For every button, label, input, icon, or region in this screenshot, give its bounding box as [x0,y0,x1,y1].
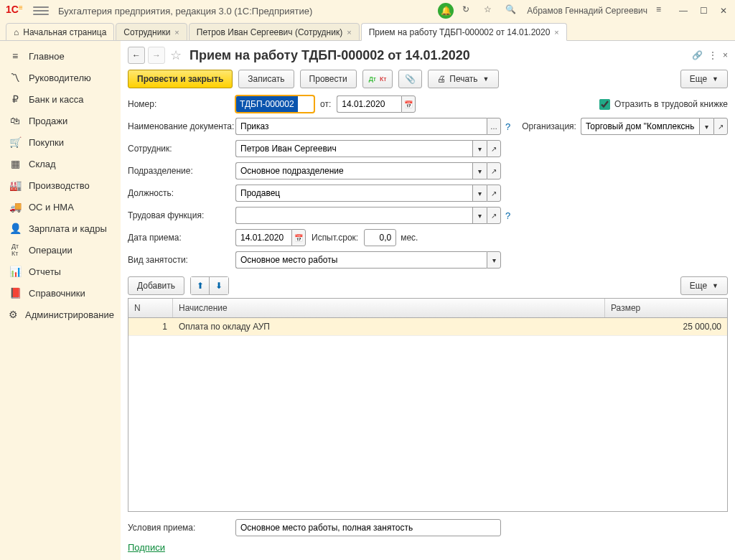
favorite-icon[interactable]: ☆ [168,47,184,63]
trial-input[interactable] [364,229,396,246]
nav-hr[interactable]: 👤Зарплата и кадры [0,218,121,239]
func-label: Трудовая функция: [128,210,235,220]
tab-employees[interactable]: Сотрудники × [116,23,187,41]
ellipsis-button[interactable]: … [487,118,501,135]
help-icon[interactable]: ? [505,210,510,221]
hire-date-label: Дата приема: [128,233,235,243]
nav-catalogs[interactable]: 📕Справочники [0,282,121,304]
move-down-button[interactable]: ⬇ [210,277,228,294]
open-icon[interactable]: ↗ [487,185,501,202]
back-button[interactable]: ← [128,47,145,64]
col-name[interactable]: Начисление [173,299,605,317]
signs-link[interactable]: Подписи [128,542,728,553]
chevron-down-icon: ▼ [483,75,490,83]
func-input[interactable] [235,207,472,224]
employee-input[interactable] [235,140,472,157]
help-icon[interactable]: ? [505,121,510,132]
search-icon[interactable]: 🔍 [505,4,518,17]
tab-close-icon[interactable]: × [174,28,179,37]
nav-sidebar: ≡Главное 〽Руководителю ₽Банк и касса 🛍Пр… [0,41,121,560]
fwd-button[interactable]: → [148,47,165,64]
minimize-icon[interactable]: — [678,6,689,16]
position-input[interactable] [235,185,472,202]
close-icon[interactable]: ✕ [718,6,729,16]
maximize-icon[interactable]: ☐ [698,6,709,16]
reflect-checkbox[interactable] [599,99,610,110]
number-input[interactable] [235,95,314,113]
bank-icon: ₽ [9,93,22,105]
calendar-icon[interactable]: 📅 [401,95,416,113]
tab-label: Петров Иван Сергеевич (Сотрудник) [197,27,342,37]
conditions-label: Условия приема: [128,523,235,533]
calendar-icon[interactable]: 📅 [291,229,306,246]
open-icon[interactable]: ↗ [713,118,728,135]
nav-assets[interactable]: 🚚ОС и НМА [0,196,121,218]
more-icon[interactable]: ⋮ [708,50,717,60]
tab-employee-detail[interactable]: Петров Иван Сергеевич (Сотрудник) × [189,23,360,41]
docname-input[interactable] [235,118,487,135]
settings-menu-icon[interactable]: ≡ [656,4,669,17]
conditions-input[interactable] [235,519,501,536]
star-icon[interactable]: ☆ [484,4,497,17]
title-bar: 1C≡ Бухгалтерия предприятия, редакция 3.… [0,0,735,22]
chevron-down-icon: ▼ [712,282,718,289]
department-input[interactable] [235,162,472,179]
chevron-down-icon[interactable]: ▾ [472,162,487,179]
tab-hiring[interactable]: Прием на работу ТДБП-000002 от 14.01.202… [361,23,567,41]
nav-reports[interactable]: 📊Отчеты [0,261,121,282]
move-up-button[interactable]: ⬆ [191,277,210,294]
more-table-button[interactable]: Еще▼ [680,276,728,295]
post-close-button[interactable]: Провести и закрыть [128,70,233,88]
hire-date-input[interactable] [235,229,291,246]
col-n[interactable]: N [128,299,173,317]
app-title: Бухгалтерия предприятия, редакция 3.0 (1… [55,6,438,17]
emp-type-input[interactable] [235,251,487,269]
reflect-label: Отразить в трудовой книжке [614,99,728,109]
chevron-down-icon[interactable]: ▾ [472,140,487,157]
dtkt-button[interactable]: ДтКт [362,70,393,88]
main-menu-icon[interactable] [33,4,49,17]
tab-close-icon[interactable]: × [554,28,558,37]
bell-icon[interactable]: 🔔 [438,3,454,19]
logo-1c: 1C≡ [6,4,27,18]
trial-label: Испыт.срок: [312,233,358,243]
nav-production[interactable]: 🏭Производство [0,174,121,196]
tab-close-icon[interactable]: × [347,28,351,37]
open-icon[interactable]: ↗ [487,140,501,157]
chevron-down-icon[interactable]: ▾ [487,251,501,269]
add-button[interactable]: Добавить [128,276,184,295]
number-label: Номер: [128,99,235,109]
attach-button[interactable]: 📎 [398,70,422,88]
print-button[interactable]: 🖨Печать▼ [428,70,498,88]
attach-icon: 📎 [405,74,416,84]
nav-manager[interactable]: 〽Руководителю [0,67,121,88]
date-input[interactable] [337,95,401,113]
nav-ops[interactable]: ДтКтОперации [0,239,121,261]
emp-type-label: Вид занятости: [128,255,235,265]
open-icon[interactable]: ↗ [487,162,501,179]
chevron-down-icon[interactable]: ▾ [472,185,487,202]
catalogs-icon: 📕 [9,287,22,299]
production-icon: 🏭 [9,179,22,191]
nav-stock[interactable]: ▦Склад [0,153,121,174]
nav-bank[interactable]: ₽Банк и касса [0,88,121,110]
nav-sales[interactable]: 🛍Продажи [0,110,121,131]
table-row[interactable]: 1 Оплата по окладу АУП 25 000,00 [128,318,727,336]
nav-purchases[interactable]: 🛒Покупки [0,131,121,153]
tab-home[interactable]: ⌂ Начальная страница [6,23,114,41]
col-size[interactable]: Размер [605,299,727,317]
nav-main[interactable]: ≡Главное [0,45,121,67]
link-icon[interactable]: 🔗 [692,50,703,60]
more-button[interactable]: Еще▼ [680,70,728,88]
tab-home-label: Начальная страница [23,27,106,37]
nav-admin[interactable]: ⚙Администрирование [0,304,121,325]
chevron-down-icon[interactable]: ▾ [472,207,487,224]
user-name[interactable]: Абрамов Геннадий Сергеевич [527,6,647,16]
history-icon[interactable]: ↻ [462,4,475,17]
close-page-icon[interactable]: × [723,50,728,60]
open-icon[interactable]: ↗ [487,207,501,224]
post-button[interactable]: Провести [300,70,357,88]
org-input[interactable] [581,118,699,135]
chevron-down-icon[interactable]: ▾ [699,118,713,135]
save-button[interactable]: Записать [238,70,294,88]
